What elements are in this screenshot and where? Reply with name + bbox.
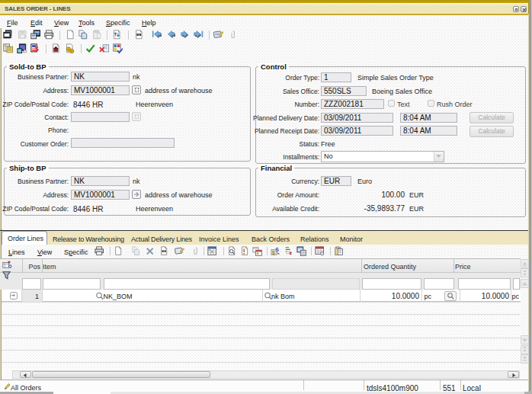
svg-text:$: $ bbox=[35, 45, 39, 53]
svg-text:S: S bbox=[275, 247, 279, 252]
